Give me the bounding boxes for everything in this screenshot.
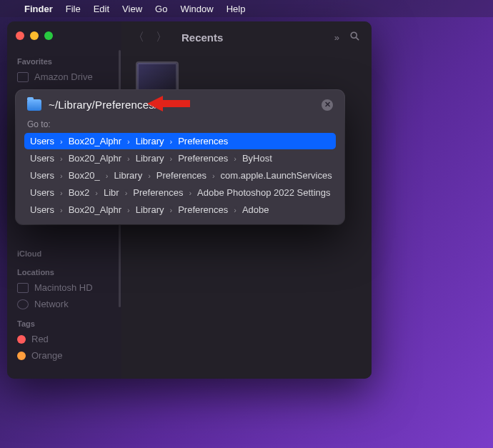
forward-button[interactable]: 〉 (156, 30, 167, 45)
path-segment: Preferences (133, 187, 183, 198)
chevron-right-icon: › (146, 171, 152, 180)
menu-file[interactable]: File (66, 4, 81, 14)
path-segment: Preferences (178, 136, 228, 146)
chevron-right-icon: › (169, 206, 174, 214)
sidebar-section-icloud: iCloud (7, 242, 121, 261)
sidebar-item-label: Network (34, 299, 69, 309)
path-segment: Box20_ (69, 170, 100, 181)
sidebar-item-label: Amazon Drive (34, 71, 93, 82)
chevron-right-icon: › (126, 154, 131, 163)
chevron-right-icon: › (59, 206, 64, 214)
sidebar-item-label: Red (31, 334, 49, 344)
sidebar-tag-orange[interactable]: Orange (7, 347, 121, 364)
disk-icon (17, 283, 29, 293)
menu-help[interactable]: Help (226, 4, 246, 14)
chevron-right-icon: › (59, 154, 64, 163)
chevron-right-icon: › (59, 137, 64, 146)
folder-icon (27, 99, 41, 111)
chevron-right-icon: › (126, 206, 131, 214)
sidebar-item-label: Macintosh HD (34, 282, 93, 293)
chevron-right-icon: › (169, 137, 174, 146)
minimize-button[interactable] (30, 31, 39, 40)
finder-toolbar: 〈 〉 Recents » (121, 21, 372, 53)
chevron-right-icon: › (94, 189, 99, 197)
path-suggestion[interactable]: Users›Box20_Alphr›Library›Preferences›Ad… (24, 201, 336, 218)
path-segment: Library (136, 136, 164, 146)
close-button[interactable] (16, 31, 24, 40)
chevron-right-icon: › (232, 154, 238, 163)
path-segment: Library (136, 204, 164, 215)
menu-edit[interactable]: Edit (94, 4, 109, 14)
path-segment: Users (30, 204, 54, 215)
svg-point-0 (351, 32, 357, 38)
sidebar-section-tags: Tags (7, 312, 121, 331)
sidebar-section-locations: Locations (7, 261, 121, 279)
path-segment: Users (30, 187, 54, 198)
path-segment: com.apple.LaunchServices (221, 170, 332, 181)
chevron-right-icon: › (126, 137, 131, 146)
path-segment: Library (114, 170, 142, 181)
more-toolbar-icon[interactable]: » (334, 32, 339, 43)
window-controls (7, 29, 121, 50)
path-segment: Box20_Alphr (69, 136, 121, 146)
sidebar-section-favorites: Favorites (7, 50, 121, 69)
sidebar-item-network[interactable]: Network (7, 296, 121, 312)
path-segment: Box20_Alphr (69, 204, 121, 215)
menu-go[interactable]: Go (155, 4, 167, 14)
path-segment: Box20_Alphr (69, 153, 121, 164)
path-segment: Users (30, 136, 54, 146)
back-button[interactable]: 〈 (133, 30, 144, 45)
path-segment: Library (136, 153, 164, 164)
go-to-path-input[interactable]: ~/Library/Preferences/ (49, 99, 314, 111)
sidebar-item-amazon-drive[interactable]: Amazon Drive (7, 69, 121, 85)
path-suggestion[interactable]: Users›Box2›Libr›Preferences›Adobe Photos… (24, 184, 336, 201)
path-segment: Box2 (69, 187, 90, 198)
path-segment: Adobe Photoshop 2022 Settings (197, 187, 330, 198)
suggestion-list: Users›Box20_Alphr›Library›PreferencesUse… (24, 133, 336, 218)
clear-input-button[interactable]: ✕ (322, 99, 333, 111)
chevron-right-icon: › (124, 189, 129, 197)
path-segment: ByHost (242, 153, 272, 164)
sidebar-tag-red[interactable]: Red (7, 331, 121, 347)
path-segment: Users (30, 153, 54, 164)
go-to-label: Go to: (24, 116, 336, 132)
chevron-right-icon: › (59, 189, 64, 197)
path-segment: Preferences (178, 153, 228, 164)
network-icon (17, 299, 29, 309)
path-suggestion[interactable]: Users›Box20_Alphr›Library›Preferences (24, 133, 336, 149)
menubar: Finder File Edit View Go Window Help (0, 0, 493, 17)
menu-view[interactable]: View (122, 4, 142, 14)
folder-icon (17, 72, 29, 82)
go-to-folder-dialog: ~/Library/Preferences/ ✕ Go to: Users›Bo… (16, 90, 344, 224)
chevron-right-icon: › (169, 154, 174, 163)
path-segment: Preferences (178, 204, 228, 215)
menu-window[interactable]: Window (180, 4, 213, 14)
sidebar-item-label: Orange (31, 350, 62, 361)
chevron-right-icon: › (211, 171, 216, 180)
svg-line-1 (356, 37, 359, 40)
path-segment: Preferences (156, 170, 206, 181)
chevron-right-icon: › (104, 171, 110, 180)
path-segment: Adobe (242, 204, 269, 215)
chevron-right-icon: › (187, 189, 193, 197)
zoom-button[interactable] (44, 31, 53, 40)
window-title: Recents (181, 31, 223, 44)
path-suggestion[interactable]: Users›Box20_Alphr›Library›Preferences›By… (24, 150, 336, 166)
path-segment: Users (30, 170, 54, 181)
chevron-right-icon: › (232, 206, 238, 214)
path-segment: Libr (104, 187, 119, 198)
tag-dot-icon (17, 335, 26, 344)
path-suggestion[interactable]: Users›Box20_›Library›Preferences›com.app… (24, 167, 336, 184)
tag-dot-icon (17, 352, 26, 360)
sidebar-item-macintosh-hd[interactable]: Macintosh HD (7, 279, 121, 296)
menubar-app[interactable]: Finder (24, 4, 53, 14)
search-icon[interactable] (349, 31, 360, 44)
chevron-right-icon: › (59, 171, 64, 180)
